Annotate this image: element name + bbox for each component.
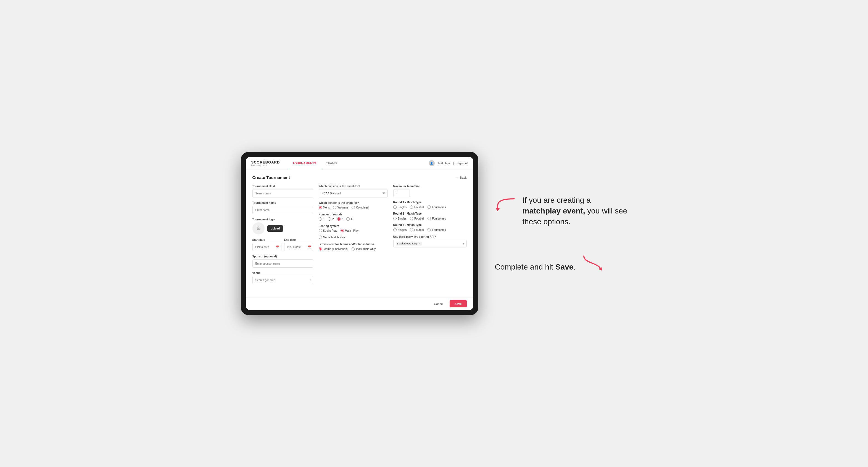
round3-foursomes-option[interactable]: Foursomes (428, 228, 446, 231)
round2-singles-option[interactable]: Singles (393, 217, 407, 220)
round1-match-section: Round 1 - Match Type Singles Fourball (393, 201, 467, 209)
gender-womens-label: Womens (338, 206, 348, 209)
round-4-radio[interactable] (346, 217, 350, 221)
api-select-wrap[interactable]: Leaderboard King ✕ ▾ (393, 240, 467, 247)
tournament-name-input[interactable] (252, 206, 313, 214)
max-team-input[interactable] (393, 189, 410, 197)
end-date-label: End date (284, 238, 313, 241)
scoring-match-label: Match Play (345, 229, 359, 232)
logo-group: Tournament logo 🖼 Upload (252, 218, 313, 235)
round-4-option[interactable]: 4 (346, 217, 352, 221)
round2-fourball-radio[interactable] (410, 217, 413, 220)
logo-sub: Powered by clippit (251, 164, 280, 166)
page-title: Create Tournament (252, 175, 290, 180)
save-button[interactable]: Save (450, 300, 467, 307)
teams-individuals-option[interactable]: Individuals Only (351, 247, 376, 250)
round2-radio-group: Singles Fourball Foursomes (393, 217, 467, 220)
tab-tournaments[interactable]: TOURNAMENTS (288, 158, 320, 169)
gender-mens-option[interactable]: Mens (319, 206, 330, 209)
round-1-option[interactable]: 1 (319, 217, 325, 221)
tab-teams[interactable]: TEAMS (322, 158, 341, 169)
division-label: Which division is the event for? (319, 185, 388, 188)
end-date-group: End date 📅 (284, 238, 313, 251)
round1-fourball-label: Fourball (414, 206, 424, 209)
scoring-medal-option[interactable]: Medal Match Play (319, 236, 345, 239)
nav-separator: | (453, 161, 454, 165)
start-date-input[interactable] (252, 243, 281, 251)
venue-label: Venue (252, 272, 313, 275)
round-2-label: 2 (332, 218, 334, 221)
teams-individuals-radio[interactable] (351, 247, 355, 250)
end-date-input[interactable] (284, 243, 313, 251)
round3-fourball-radio[interactable] (410, 228, 413, 231)
gender-womens-radio[interactable] (333, 206, 336, 209)
scoring-stroke-option[interactable]: Stroke Play (319, 229, 337, 232)
venue-input[interactable] (252, 276, 313, 284)
round3-fourball-option[interactable]: Fourball (410, 228, 424, 231)
round-2-radio[interactable] (328, 217, 331, 221)
upload-button[interactable]: Upload (267, 225, 283, 232)
round1-singles-option[interactable]: Singles (393, 206, 407, 209)
page-content: Create Tournament ← Back Tournament Host… (246, 170, 473, 297)
round-1-radio[interactable] (319, 217, 322, 221)
round3-label: Round 3 - Match Type (393, 223, 467, 226)
round1-label: Round 1 - Match Type (393, 201, 467, 204)
round3-singles-radio[interactable] (393, 228, 397, 231)
round3-foursomes-radio[interactable] (428, 228, 431, 231)
teams-group: Is this event for Teams and/or Individua… (319, 243, 388, 250)
tablet-device: SCOREBOARD Powered by clippit TOURNAMENT… (241, 152, 478, 315)
api-dropdown-icon: ▾ (463, 242, 464, 245)
tablet-screen: SCOREBOARD Powered by clippit TOURNAMENT… (246, 157, 473, 310)
round1-singles-radio[interactable] (393, 206, 397, 209)
form-columns: Tournament Host Tournament name Tourname… (252, 185, 467, 288)
gender-group: Which gender is the event for? Mens Wome… (319, 201, 388, 209)
round2-foursomes-radio[interactable] (428, 217, 431, 220)
back-link[interactable]: ← Back (456, 176, 467, 179)
sign-out-link[interactable]: Sign out (457, 161, 468, 165)
round-3-option[interactable]: 3 (337, 217, 343, 221)
scoring-radio-group: Stroke Play Match Play Medal Match Play (319, 229, 388, 239)
scoring-stroke-radio[interactable] (319, 229, 322, 232)
round3-radio-group: Singles Fourball Foursomes (393, 228, 467, 231)
teams-teams-option[interactable]: Teams (+Individuals) (319, 247, 348, 250)
api-tag-label: Leaderboard King (397, 242, 417, 245)
gender-combined-radio[interactable] (351, 206, 355, 209)
round2-foursomes-option[interactable]: Foursomes (428, 217, 446, 220)
api-tag-close[interactable]: ✕ (418, 242, 420, 245)
annotation-top-block: If you are creating a matchplay event, y… (495, 195, 627, 227)
gender-combined-option[interactable]: Combined (351, 206, 369, 209)
round1-foursomes-option[interactable]: Foursomes (428, 206, 446, 209)
scoring-match-radio[interactable] (341, 229, 344, 232)
end-date-wrap: 📅 (284, 243, 313, 251)
gender-mens-radio[interactable] (319, 206, 322, 209)
round-1-label: 1 (323, 218, 325, 221)
round1-fourball-radio[interactable] (410, 206, 413, 209)
round1-foursomes-radio[interactable] (428, 206, 431, 209)
cancel-button[interactable]: Cancel (431, 301, 447, 307)
scoring-group: Scoring system Stroke Play Match Play (319, 224, 388, 239)
name-group: Tournament name (252, 201, 313, 214)
logo-main: SCOREBOARD (251, 160, 280, 164)
rounds-radio-group: 1 2 3 (319, 217, 388, 221)
round1-fourball-option[interactable]: Fourball (410, 206, 424, 209)
round-3-radio[interactable] (337, 217, 341, 221)
scoring-match-option[interactable]: Match Play (341, 229, 359, 232)
max-team-label: Maximum Team Size (393, 185, 467, 188)
venue-group: Venue ▾ (252, 272, 313, 284)
search-team-input[interactable] (252, 189, 313, 197)
gender-mens-label: Mens (323, 206, 330, 209)
round2-fourball-option[interactable]: Fourball (410, 217, 424, 220)
scoring-medal-radio[interactable] (319, 236, 322, 239)
gender-womens-option[interactable]: Womens (333, 206, 348, 209)
form-col-mid: Which division is the event for? NCAA Di… (319, 185, 388, 288)
teams-teams-label: Teams (+Individuals) (323, 247, 348, 250)
sponsor-input[interactable] (252, 259, 313, 268)
round3-singles-option[interactable]: Singles (393, 228, 407, 231)
dates-group: Start date 📅 End date (252, 238, 313, 251)
round-2-option[interactable]: 2 (328, 217, 334, 221)
round2-singles-radio[interactable] (393, 217, 397, 220)
annotation-area: If you are creating a matchplay event, y… (495, 195, 627, 273)
annotation-bottom-suffix: . (573, 262, 576, 271)
division-select[interactable]: NCAA Division I NCAA Division II NCAA Di… (319, 189, 388, 197)
teams-teams-radio[interactable] (319, 247, 322, 250)
